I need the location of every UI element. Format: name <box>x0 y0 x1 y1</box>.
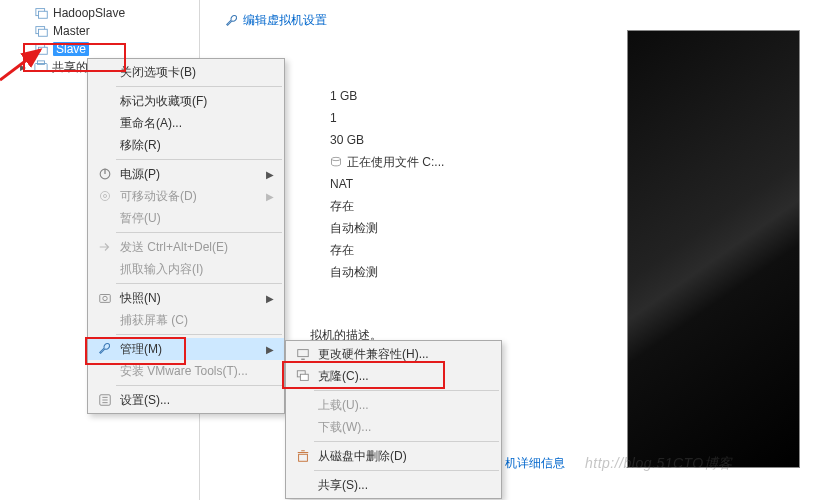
svg-point-8 <box>332 157 341 160</box>
menu-remove[interactable]: 移除(R) <box>88 134 284 156</box>
menu-download: 下载(W)... <box>286 416 501 438</box>
menu-close-tab[interactable]: 关闭选项卡(B) <box>88 61 284 83</box>
menu-mark-fav[interactable]: 标记为收藏项(F) <box>88 90 284 112</box>
clone-icon <box>292 369 314 383</box>
menu-pause: 暂停(U) <box>88 207 284 229</box>
prop-network: NAT <box>330 173 444 195</box>
send-icon <box>94 240 116 254</box>
tree-label: Master <box>53 24 90 38</box>
device-icon <box>94 189 116 203</box>
menu-rename[interactable]: 重命名(A)... <box>88 112 284 134</box>
vm-icon <box>35 6 49 20</box>
expand-icon[interactable]: ▸ <box>20 60 30 74</box>
menu-share[interactable]: 共享(S)... <box>286 474 501 496</box>
svg-rect-23 <box>299 454 308 461</box>
link-label: 编辑虚拟机设置 <box>243 12 327 29</box>
vm-icon <box>35 42 49 56</box>
context-menu-manage: 更改硬件兼容性(H)... 克隆(C)... 上载(U)... 下载(W)...… <box>285 340 502 499</box>
menu-snapshot[interactable]: 快照(N)▶ <box>88 287 284 309</box>
prop-disk: 30 GB <box>330 129 444 151</box>
prop-cpus: 1 <box>330 107 444 129</box>
vm-thumbnail <box>627 30 800 468</box>
menu-capture-screen: 捕获屏幕 (C) <box>88 309 284 331</box>
settings-icon <box>94 393 116 407</box>
wrench-icon <box>225 14 239 28</box>
submenu-arrow-icon: ▶ <box>266 344 278 355</box>
watermark-text: http://blog.51CTO博客 <box>585 455 733 473</box>
snapshot-icon <box>94 291 116 305</box>
svg-rect-1 <box>39 11 48 18</box>
prop-exist1: 存在 <box>330 195 444 217</box>
vm-properties: 1 GB 1 30 GB 正在使用文件 C:... NAT 存在 自动检测 存在… <box>330 85 444 283</box>
menu-delete-from-disk[interactable]: 从磁盘中删除(D) <box>286 445 501 467</box>
menu-upload: 上载(U)... <box>286 394 501 416</box>
svg-point-11 <box>100 191 109 200</box>
menu-separator <box>314 470 499 471</box>
vm-icon <box>35 24 49 38</box>
menu-separator <box>116 283 282 284</box>
menu-separator <box>116 232 282 233</box>
power-icon <box>94 167 116 181</box>
menu-settings[interactable]: 设置(S)... <box>88 389 284 411</box>
prop-disk-status-row: 正在使用文件 C:... <box>330 151 444 173</box>
submenu-arrow-icon: ▶ <box>266 169 278 180</box>
tree-label-selected: Slave <box>53 42 89 56</box>
tree-item-master[interactable]: Master <box>0 22 199 40</box>
edit-vm-settings-link[interactable]: 编辑虚拟机设置 <box>225 12 327 29</box>
menu-separator <box>314 390 499 391</box>
menu-manage[interactable]: 管理(M)▶ <box>88 338 284 360</box>
prop-exist2: 存在 <box>330 239 444 261</box>
tree-label: HadoopSlave <box>53 6 125 20</box>
menu-removable-devices: 可移动设备(D)▶ <box>88 185 284 207</box>
menu-change-hw-compat[interactable]: 更改硬件兼容性(H)... <box>286 343 501 365</box>
context-menu-vm: 关闭选项卡(B) 标记为收藏项(F) 重命名(A)... 移除(R) 电源(P)… <box>87 58 285 414</box>
wrench-icon <box>94 342 116 356</box>
details-link[interactable]: 机详细信息 <box>505 455 565 472</box>
svg-rect-22 <box>300 374 308 380</box>
menu-install-tools: 安装 VMware Tools(T)... <box>88 360 284 382</box>
menu-separator <box>116 334 282 335</box>
shared-icon <box>34 60 48 74</box>
menu-separator <box>314 441 499 442</box>
menu-clone[interactable]: 克隆(C)... <box>286 365 501 387</box>
svg-point-14 <box>103 296 107 300</box>
prop-auto2: 自动检测 <box>330 261 444 283</box>
tree-item-slave[interactable]: Slave <box>0 40 199 58</box>
submenu-arrow-icon: ▶ <box>266 293 278 304</box>
svg-rect-5 <box>39 47 48 54</box>
menu-grab-input: 抓取输入内容(I) <box>88 258 284 280</box>
menu-separator <box>116 385 282 386</box>
prop-auto1: 自动检测 <box>330 217 444 239</box>
delete-icon <box>292 449 314 463</box>
menu-separator <box>116 86 282 87</box>
svg-rect-19 <box>298 350 309 357</box>
svg-rect-3 <box>39 29 48 36</box>
prop-memory: 1 GB <box>330 85 444 107</box>
menu-send-cad: 发送 Ctrl+Alt+Del(E) <box>88 236 284 258</box>
menu-power[interactable]: 电源(P)▶ <box>88 163 284 185</box>
tree-item-hadoopslave[interactable]: HadoopSlave <box>0 4 199 22</box>
menu-separator <box>116 159 282 160</box>
disk-icon <box>330 156 342 168</box>
svg-point-12 <box>103 194 106 197</box>
hardware-icon <box>292 347 314 361</box>
svg-rect-13 <box>100 295 111 303</box>
tree-label: 共享的 <box>52 59 88 76</box>
